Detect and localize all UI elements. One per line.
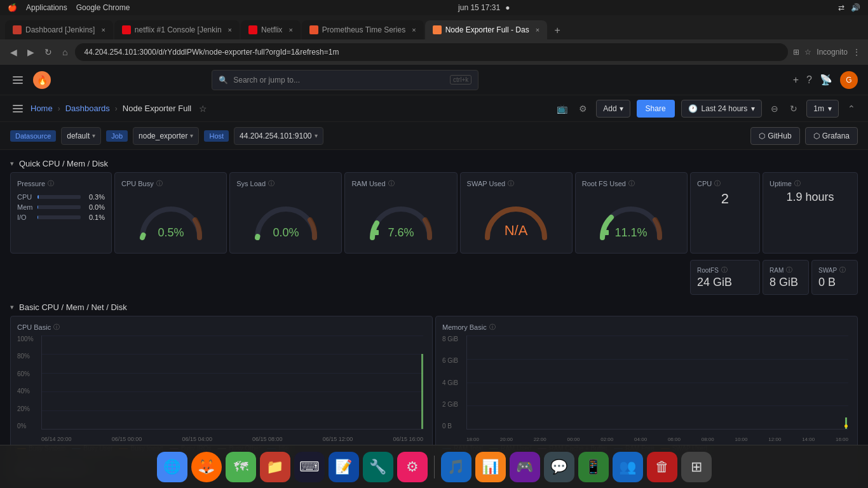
dock-vscode[interactable]: 📝: [329, 452, 359, 482]
tab-label-prometheus: Prometheus Time Series: [322, 25, 405, 34]
uptime-title: Uptime ⓘ: [770, 179, 851, 188]
sys-load-info[interactable]: ⓘ: [268, 179, 275, 188]
zoom-out-button[interactable]: ⊖: [768, 101, 781, 116]
refresh-icon-button[interactable]: ↻: [787, 101, 800, 116]
search-bar[interactable]: 🔍 Search or jump to... ctrl+k: [212, 70, 478, 90]
browser-menu-icon[interactable]: ⋮: [853, 48, 860, 57]
root-fs-info[interactable]: ⓘ: [628, 179, 635, 188]
swap-info[interactable]: ⓘ: [839, 266, 846, 274]
uptime-info[interactable]: ⓘ: [794, 179, 801, 188]
dock-firefox[interactable]: 🦊: [191, 452, 222, 482]
auto-refresh-picker[interactable]: 1m ▾: [806, 100, 839, 118]
tab-close-jenkins[interactable]: ×: [101, 26, 105, 34]
ram-used-info[interactable]: ⓘ: [388, 179, 395, 188]
favorite-button[interactable]: ☆: [199, 104, 207, 114]
github-button[interactable]: ⬡ GitHub: [750, 127, 799, 145]
pressure-label: Pressure: [17, 180, 45, 187]
address-input[interactable]: [75, 43, 788, 61]
memory-basic-info[interactable]: ⓘ: [489, 323, 496, 332]
tab-close-netflix[interactable]: ×: [288, 26, 292, 34]
add-arrow: ▾: [620, 104, 623, 113]
tab-close-netflix-console[interactable]: ×: [228, 26, 232, 34]
share-button[interactable]: Share: [637, 100, 675, 118]
dock-teams[interactable]: 👥: [613, 452, 643, 482]
dock-spotify[interactable]: 🎵: [441, 452, 471, 482]
bookmark-icon[interactable]: ☆: [804, 48, 811, 57]
tab-dashboard-jenkins[interactable]: Dashboard [Jenkins] ×: [5, 20, 113, 39]
swap-label: SWAP: [818, 267, 837, 274]
tab-prometheus[interactable]: Prometheus Time Series ×: [302, 20, 424, 39]
dock-maps[interactable]: 🗺: [226, 452, 256, 482]
collapse-button[interactable]: ⌃: [845, 101, 858, 116]
host-select[interactable]: 44.204.254.101:9100 ▾: [234, 127, 323, 145]
dock-app14[interactable]: 🗑: [647, 452, 677, 482]
tv-mode-button[interactable]: 📺: [554, 101, 570, 116]
search-placeholder: Search or jump to...: [233, 76, 300, 85]
dock: 🌐 🦊 🗺 📁 ⌨ 📝 🔧 ⚙ 🎵 📊 🎮 💬 📱 👥 🗑 ⊞: [0, 445, 868, 488]
add-button[interactable]: Add ▾: [596, 100, 630, 118]
ram-info[interactable]: ⓘ: [786, 266, 792, 274]
basic-section-title: Basic CPU / Mem / Net / Disk: [19, 302, 127, 312]
hamburger-menu[interactable]: [10, 74, 25, 86]
dock-app9[interactable]: 📊: [475, 452, 506, 482]
pressure-mem-bar-container: [37, 205, 81, 209]
host-label: Host: [204, 130, 229, 142]
extensions-icon[interactable]: ⊞: [793, 48, 799, 57]
dock-app6[interactable]: 🔧: [363, 452, 393, 482]
back-button[interactable]: ◀: [8, 44, 20, 60]
topbar-right: + ? 📡 G: [793, 71, 858, 89]
browser-menu[interactable]: Google Chrome: [76, 3, 130, 12]
forward-button[interactable]: ▶: [25, 44, 37, 60]
refresh-button[interactable]: ↻: [42, 44, 55, 60]
home-button[interactable]: ⌂: [60, 44, 70, 60]
basic-section-header[interactable]: ▾ Basic CPU / Mem / Net / Disk: [10, 299, 858, 316]
help-button[interactable]: ?: [806, 74, 812, 86]
cpu-basic-info[interactable]: ⓘ: [53, 323, 60, 332]
root-fs-title: Root FS Used ⓘ: [582, 179, 681, 188]
quick-section-header[interactable]: ▾ Quick CPU / Mem / Disk: [10, 155, 858, 172]
cpu-cores-info[interactable]: ⓘ: [714, 179, 721, 188]
tab-netflix-console[interactable]: netflix #1 Console [Jenkin ×: [114, 20, 240, 39]
uptime-label: Uptime: [770, 180, 792, 187]
new-tab-button[interactable]: +: [548, 22, 566, 39]
tab-node-exporter[interactable]: Node Exporter Full - Das ×: [425, 20, 547, 39]
breadcrumb-actions: 📺 ⚙ Add ▾ Share 🕐 Last 24 hours ▾ ⊖ ↻ 1m…: [554, 100, 858, 118]
tab-close-prometheus[interactable]: ×: [412, 26, 416, 34]
add-panel-button[interactable]: +: [793, 74, 799, 86]
mem-y-6gib: 6 GiB: [442, 357, 465, 364]
grafana-app: 🔥 🔍 Search or jump to... ctrl+k + ? 📡 G …: [0, 65, 868, 488]
dock-appstore[interactable]: ⊞: [681, 452, 712, 482]
breadcrumb-dashboards[interactable]: Dashboards: [65, 104, 110, 113]
dock-app10[interactable]: 🎮: [510, 452, 540, 482]
tab-netflix[interactable]: Netflix ×: [241, 20, 301, 39]
apple-icon[interactable]: 🍎: [8, 3, 17, 12]
dock-finder[interactable]: 📁: [260, 452, 290, 482]
cpu-x-4: 06/15 12:00: [323, 436, 353, 442]
job-select[interactable]: node_exporter ▾: [133, 127, 199, 145]
sidebar-toggle[interactable]: [10, 102, 25, 115]
cpu-x-5: 06/15 16:00: [393, 436, 423, 442]
settings-button[interactable]: ⚙: [576, 101, 590, 116]
tab-bar: Dashboard [Jenkins] × netflix #1 Console…: [0, 15, 868, 39]
github-icon: ⬡: [759, 132, 765, 140]
rss-button[interactable]: 📡: [820, 74, 832, 86]
cpu-busy-info[interactable]: ⓘ: [156, 179, 163, 188]
breadcrumb-current: Node Exporter Full: [123, 104, 191, 113]
dock-app7[interactable]: ⚙: [397, 452, 428, 482]
quick-section-arrow: ▾: [10, 159, 14, 168]
breadcrumb-home[interactable]: Home: [31, 104, 53, 113]
rootfs-info[interactable]: ⓘ: [721, 266, 728, 274]
user-avatar[interactable]: G: [840, 71, 858, 89]
swap-used-info[interactable]: ⓘ: [508, 179, 514, 188]
dock-terminal[interactable]: ⌨: [294, 452, 325, 482]
apps-menu[interactable]: Applications: [26, 3, 67, 12]
pressure-info-icon[interactable]: ⓘ: [48, 179, 54, 188]
datasource-select[interactable]: default ▾: [61, 127, 101, 145]
time-range-picker[interactable]: 🕐 Last 24 hours ▾: [681, 100, 763, 118]
dock-chrome[interactable]: 🌐: [157, 452, 187, 482]
dock-app12[interactable]: 📱: [578, 452, 609, 482]
dock-app11[interactable]: 💬: [544, 452, 574, 482]
grafana-button[interactable]: ⬡ Grafana: [805, 127, 858, 145]
tab-close-node-exporter[interactable]: ×: [536, 26, 539, 34]
cpu-cores-title: CPU ⓘ: [697, 179, 753, 188]
